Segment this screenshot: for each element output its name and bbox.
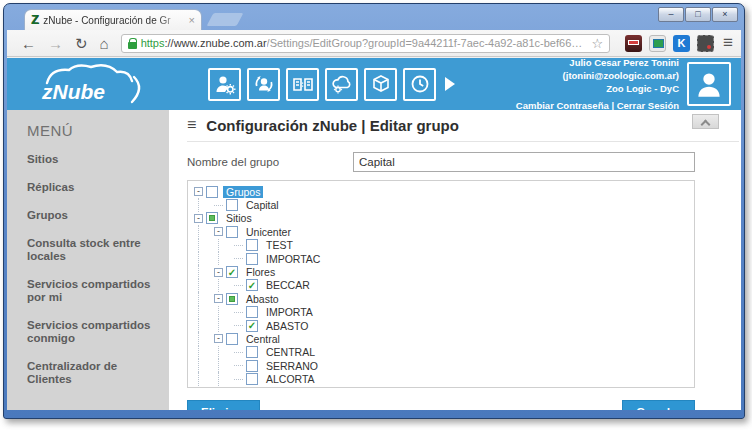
tree-node-serrano: SERRANO [194, 359, 694, 372]
sidebar-item-r-plicas[interactable]: Réplicas [27, 181, 169, 194]
tree-connector [234, 285, 243, 286]
sidebar-item-centralizador-de-clientes[interactable]: Centralizador de Clientes [27, 360, 169, 386]
delete-button[interactable]: Eliminar [187, 400, 260, 410]
user-avatar-icon[interactable] [687, 62, 731, 106]
browser-window: Z zNube - Configuración de Gr × – □ × ← … [3, 3, 745, 419]
clock-icon[interactable] [403, 68, 436, 101]
tree-checkbox-unchecked[interactable] [206, 186, 218, 198]
tree-collapse-icon[interactable]: - [214, 227, 223, 236]
tree-checkbox-partial[interactable] [226, 293, 238, 305]
bookmark-star-icon[interactable]: ☆ [585, 36, 603, 51]
maximize-button[interactable]: □ [685, 7, 711, 22]
save-button[interactable]: Guardar [622, 400, 695, 410]
tree-checkbox-checked[interactable]: ✓ [246, 279, 258, 291]
tree-checkbox-unchecked[interactable] [246, 346, 258, 358]
tree-label[interactable]: Flores [243, 266, 278, 278]
tree-checkbox-unchecked[interactable] [246, 239, 258, 251]
tab-title: zNube - Configuración de Gr [43, 15, 184, 26]
sidebar-item-servicios-compartidos-por-mi[interactable]: Servicios compartidos por mi [27, 278, 169, 304]
tree-checkbox-unchecked[interactable] [226, 226, 238, 238]
tree-guide-line [198, 359, 214, 372]
extension-icon-red[interactable] [625, 35, 642, 52]
group-name-input[interactable] [353, 152, 695, 172]
tree-label[interactable]: Central [243, 333, 283, 345]
home-icon[interactable]: ⌂ [100, 36, 109, 51]
stores-transfer-icon[interactable] [286, 68, 319, 101]
tab-close-icon[interactable]: × [189, 14, 195, 26]
title-bar: Z zNube - Configuración de Gr × – □ × [4, 4, 744, 30]
tree-checkbox-unchecked[interactable] [246, 253, 258, 265]
cloud-settings-icon[interactable] [325, 68, 358, 101]
page-viewport: zNube [7, 58, 741, 410]
tree-checkbox-unchecked[interactable] [226, 333, 238, 345]
browser-tab[interactable]: Z zNube - Configuración de Gr × [24, 9, 202, 30]
tree-collapse-icon[interactable]: - [214, 268, 223, 277]
tree-checkbox-partial[interactable] [206, 212, 218, 224]
tree-guide-line [218, 319, 234, 332]
sidebar: MENÚ SitiosRéplicasGruposConsulta stock … [7, 110, 169, 410]
tree-guide-line [198, 279, 214, 292]
tree-connector [234, 258, 243, 259]
sidebar-item-consulta-stock-entre-locales[interactable]: Consulta stock entre locales [27, 237, 169, 263]
user-sync-icon[interactable] [247, 68, 280, 101]
tree-node-grupos: -Grupos [194, 185, 694, 198]
package-icon[interactable] [364, 68, 397, 101]
extension-icon-monitor[interactable] [649, 35, 666, 52]
tree-checkbox-checked[interactable]: ✓ [226, 266, 238, 278]
menu-toggle-icon[interactable]: ≡ [187, 116, 196, 134]
back-icon[interactable]: ← [21, 36, 36, 51]
tree-label[interactable]: SERRANO [263, 360, 321, 372]
tree-label[interactable]: Grupos [223, 186, 263, 198]
scroll-top-button[interactable] [692, 114, 719, 129]
forward-icon[interactable]: → [48, 36, 63, 51]
minimize-button[interactable]: – [658, 7, 684, 22]
arrow-right-icon[interactable] [445, 77, 455, 91]
new-tab-button[interactable] [207, 13, 244, 26]
tree-label[interactable]: Sitios [223, 212, 255, 224]
tree-label[interactable]: Abasto [243, 293, 282, 305]
tree-label[interactable]: TEST [263, 239, 296, 251]
tree-label[interactable]: Unicenter [243, 226, 294, 238]
sidebar-item-grupos[interactable]: Grupos [27, 209, 169, 222]
tree-node-beccar: ✓BECCAR [194, 279, 694, 292]
user-settings-icon[interactable] [208, 68, 241, 101]
tree-collapse-icon[interactable]: - [194, 214, 203, 223]
tree-collapse-icon[interactable]: - [194, 187, 203, 196]
tree-label[interactable]: IMPORTAC [263, 253, 323, 265]
extension-icon-clipper[interactable] [697, 35, 714, 52]
tree-node-central: CENTRAL [194, 346, 694, 359]
tree-collapse-icon[interactable]: - [214, 294, 223, 303]
tree-label[interactable]: BECCAR [263, 279, 313, 291]
tree-checkbox-unchecked[interactable] [246, 373, 258, 385]
tree-checkbox-checked[interactable]: ✓ [246, 320, 258, 332]
tree-guide-line [218, 359, 234, 372]
tree-label[interactable]: ABASTO [263, 320, 311, 332]
tree-collapse-icon[interactable]: - [214, 334, 223, 343]
tree-connector [234, 365, 243, 366]
extension-icon-k[interactable]: K [673, 35, 690, 52]
tree-node-importac: IMPORTAC [194, 252, 694, 265]
tree-label[interactable]: ALCORTA [263, 373, 318, 385]
partial-check-mark [229, 296, 235, 302]
tree-node-importa: IMPORTA [194, 306, 694, 319]
tree-node-flores: -✓Flores [194, 265, 694, 278]
sidebar-item-sitios[interactable]: Sitios [27, 153, 169, 166]
tree-checkbox-unchecked[interactable] [246, 306, 258, 318]
extensions-area: K ≡ [618, 33, 733, 53]
page-title: Configuración zNube | Editar grupo [206, 117, 459, 134]
tree-checkbox-unchecked[interactable] [246, 360, 258, 372]
window-controls: – □ × [657, 7, 738, 22]
chrome-menu-icon[interactable]: ≡ [723, 33, 733, 53]
tree-guide-line [198, 198, 214, 211]
address-bar[interactable]: https ://www.znube.com.ar /Settings/Edit… [121, 34, 610, 53]
sidebar-item-servicios-compartidos-conmigo[interactable]: Servicios compartidos conmigo [27, 319, 169, 345]
tree-label[interactable]: CENTRAL [263, 346, 318, 358]
close-button[interactable]: × [712, 7, 738, 22]
reload-icon[interactable]: ↻ [75, 36, 88, 51]
tree-label[interactable]: IMPORTA [263, 306, 316, 318]
group-name-label: Nombre del grupo [187, 156, 353, 168]
znube-favicon-icon: Z [31, 13, 38, 27]
tree-guide-line [198, 319, 214, 332]
tree-checkbox-unchecked[interactable] [226, 199, 238, 211]
tree-label[interactable]: Capital [243, 199, 282, 211]
